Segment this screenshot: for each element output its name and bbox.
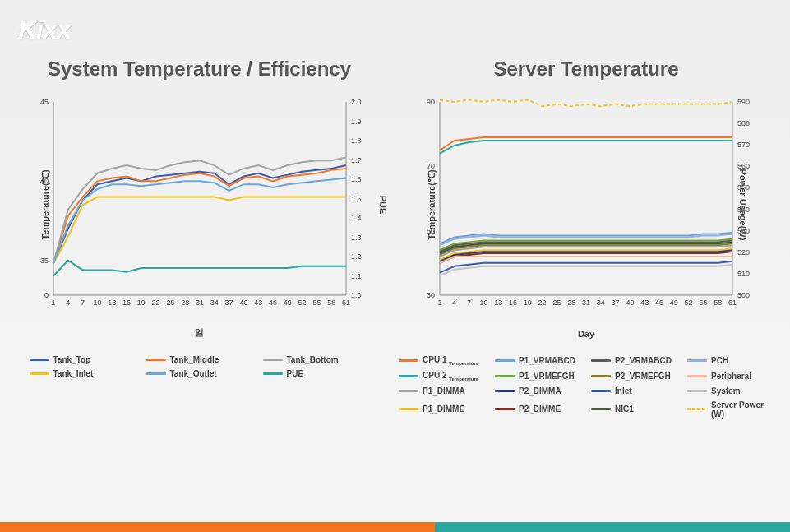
svg-text:43: 43 [640,298,649,307]
brand-logo: Kixx [18,15,71,45]
svg-text:10: 10 [479,298,487,307]
svg-text:1.5: 1.5 [351,194,362,202]
legend-item: P1_DIMMA [399,386,485,396]
legend-label: Server Power (W) [711,400,774,419]
svg-text:1.3: 1.3 [351,233,362,241]
svg-text:37: 37 [612,298,620,307]
legend-swatch [146,372,166,375]
svg-text:43: 43 [254,298,262,307]
legend-label: CPU 2 Temperature [423,371,478,382]
legend-item: P2_VRMEFGH [591,371,677,382]
legend-item: Inlet [591,386,677,396]
svg-text:25: 25 [552,298,561,307]
svg-text:0: 0 [44,291,48,299]
legend-swatch [30,372,49,375]
legend-label: P1_VRMEFGH [519,372,575,381]
legend-label: P2_VRMABCD [615,356,672,365]
legend-item: P2_DIMMA [495,386,581,396]
svg-text:40: 40 [39,177,48,185]
legend-swatch [495,390,515,392]
legend-swatch [591,359,611,362]
legend-item: NIC1 [591,400,677,419]
legend-item: P1_VRMEFGH [495,371,581,382]
legend-item: CPU 2 Temperature [399,371,485,382]
legend-label: CPU 1 Temperature [423,355,478,366]
svg-text:28: 28 [567,298,575,307]
svg-text:13: 13 [108,298,116,307]
svg-text:19: 19 [524,298,532,307]
svg-text:55: 55 [699,298,707,307]
legend-item: Tank_Middle [146,355,253,364]
legend-label: P1_DIMMA [423,386,465,396]
legend-label: Tank_Outlet [170,369,217,378]
legend-item: PCH [687,355,774,366]
chart-right-panel: Server Temperature Temperature(℃) Power … [399,58,774,419]
legend-label: System [711,386,741,396]
svg-text:13: 13 [494,298,502,307]
legend-label: P2_VRMEFGH [615,372,671,381]
svg-text:34: 34 [210,298,218,307]
legend-swatch [263,372,283,375]
svg-text:16: 16 [122,298,130,307]
legend-label: Inlet [615,386,632,396]
svg-text:90: 90 [427,98,435,106]
svg-text:22: 22 [538,298,547,307]
legend-item: P2_VRMABCD [591,355,677,366]
svg-text:55: 55 [312,298,321,307]
svg-text:510: 510 [737,270,750,278]
svg-text:520: 520 [737,248,750,257]
svg-text:40: 40 [239,298,247,307]
svg-text:550: 550 [737,183,750,192]
svg-text:40: 40 [626,298,634,307]
svg-text:1.9: 1.9 [351,117,362,125]
svg-text:4: 4 [66,298,70,307]
svg-text:35: 35 [39,256,48,264]
svg-text:45: 45 [39,98,48,106]
charts-container: System Temperature / Efficiency Temperat… [0,0,790,419]
svg-text:1.1: 1.1 [351,271,362,280]
svg-text:34: 34 [597,298,605,307]
chart-left-xlabel: 일 [195,326,204,339]
legend-label: P1_VRMABCD [519,356,575,365]
chart-right-title: Server Temperature [494,58,679,81]
svg-text:58: 58 [327,298,335,307]
svg-text:58: 58 [714,298,722,307]
legend-label: PCH [711,356,728,365]
legend-label: Tank_Top [53,355,91,364]
svg-text:22: 22 [151,298,159,307]
svg-text:31: 31 [195,298,203,307]
svg-text:25: 25 [166,298,174,307]
chart-right-svg: 3050709050051052053054055056057058059014… [405,94,767,316]
legend-swatch [399,375,418,377]
svg-text:1.4: 1.4 [351,214,362,222]
svg-text:28: 28 [181,298,189,307]
footer-teal [435,522,790,532]
svg-text:580: 580 [737,119,750,127]
legend-swatch [146,359,166,361]
legend-item: PUE [263,369,370,378]
svg-text:7: 7 [467,298,471,307]
svg-text:7: 7 [81,298,85,307]
svg-text:30: 30 [427,291,435,299]
svg-text:1.2: 1.2 [351,252,362,261]
legend-label: Tank_Bottom [287,355,339,364]
legend-swatch [399,390,418,392]
legend-swatch [399,408,418,410]
svg-text:1: 1 [437,298,441,307]
legend-label: Peripheral [711,372,751,381]
chart-left-area: Temperature(℃) PUE 일 03540451.01.11.21.3… [19,94,381,316]
chart-left-title: System Temperature / Efficiency [48,58,351,81]
legend-item: Tank_Outlet [146,369,253,378]
svg-text:31: 31 [582,298,590,307]
svg-text:50: 50 [427,226,435,234]
svg-text:49: 49 [283,298,291,307]
chart-right-legend: CPU 1 TemperatureP1_VRMABCDP2_VRMABCDPCH… [399,355,774,419]
svg-text:1.8: 1.8 [351,136,362,145]
legend-swatch [591,375,611,377]
svg-text:2.0: 2.0 [351,98,362,106]
legend-swatch [495,375,515,377]
svg-text:19: 19 [136,298,145,307]
legend-label: Tank_Middle [170,355,219,364]
legend-item: System [687,386,774,396]
legend-item: Tank_Top [30,355,136,364]
